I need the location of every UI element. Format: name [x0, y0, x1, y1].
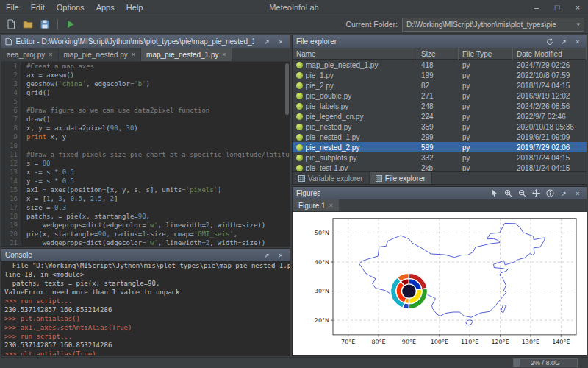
figures-header: Figures: [293, 187, 587, 199]
figure-canvas[interactable]: 70°E80°E90°E100°E110°E120°E130°E140°E20°…: [293, 212, 587, 355]
editor-tabbar: aea_proj.py×map_pie_nested.py×map_pie_ne…: [1, 48, 290, 62]
column-header-name[interactable]: Name: [293, 48, 417, 60]
line-number: 12: [1, 159, 21, 168]
close-panel-icon[interactable]: ×: [276, 250, 286, 260]
editor-header: Editor - D:\Working\MIScript\Jython\mis\…: [1, 35, 290, 48]
table-row[interactable]: pie_nested_2.py599py2019/7/29 02:06: [293, 142, 587, 152]
editor-scrollbar-thumb[interactable]: [285, 63, 289, 115]
menu-file[interactable]: File: [0, 0, 25, 15]
file-type-cell: py: [459, 133, 513, 141]
current-folder-combobox[interactable]: D:\Working\MIScript\Jython\mis\plot_type…: [402, 18, 584, 32]
line-number: 2: [1, 71, 21, 79]
close-tab-icon[interactable]: ×: [329, 202, 333, 209]
identify-info-icon[interactable]: [545, 188, 555, 198]
float-panel-icon[interactable]: ↗: [559, 188, 569, 198]
close-tab-icon[interactable]: ×: [49, 51, 52, 58]
minimize-button[interactable]: –: [526, 0, 547, 15]
close-tab-icon[interactable]: ×: [132, 51, 135, 58]
select-cursor-icon[interactable]: [489, 188, 499, 198]
maximize-button[interactable]: □: [547, 0, 567, 15]
file-date-cell: 2018/1/24 04:15: [513, 154, 587, 162]
code-line: 16x = [1, 3, 0.5, 2.5, 2]: [1, 194, 290, 203]
editor-tab[interactable]: map_pie_nested_1.py×: [141, 48, 232, 61]
console-line: >>> run script...: [4, 297, 287, 305]
table-row[interactable]: pie_legend_cn.py224py2022/9/7 02:46: [293, 111, 587, 121]
file-name-cell: pie_1.py: [293, 71, 417, 79]
file-name: pie_labels.py: [306, 102, 348, 110]
editor-tab[interactable]: aea_proj.py×: [1, 48, 59, 61]
line-number: 21: [1, 238, 21, 246]
editor-tab[interactable]: map_pie_nested.py×: [59, 48, 142, 61]
code-text: x, y = ax.data2pixel(90, 30): [21, 124, 138, 132]
chevron-down-icon[interactable]: ▾: [576, 21, 580, 28]
file-size-cell: 271: [417, 92, 459, 100]
new-file-button[interactable]: [4, 17, 18, 32]
line-number: 20: [1, 230, 21, 238]
table-row[interactable]: pie_nested_1.py299py2019/6/21 09:09: [293, 132, 587, 142]
table-row[interactable]: pie_1.py199py2022/10/8 07:59: [293, 70, 587, 80]
code-text: #Draw figure so we can use data2pixel fu…: [21, 106, 209, 115]
column-header-file-type[interactable]: File Type: [459, 48, 513, 60]
table-row[interactable]: map_pie_nested_1.py418py2024/7/29 02:26: [293, 60, 587, 70]
memory-indicator[interactable]: 2% / 8.0G: [513, 358, 578, 367]
menu-edit[interactable]: Edit: [25, 0, 51, 15]
zoom-in-icon[interactable]: [503, 188, 513, 198]
table-row[interactable]: pie_subplots.py332py2018/1/24 04:15: [293, 152, 587, 163]
menu-options[interactable]: Options: [51, 0, 90, 15]
close-panel-icon[interactable]: ×: [573, 37, 583, 46]
editor-scrollbar[interactable]: [284, 62, 290, 246]
zoom-out-icon[interactable]: [517, 188, 527, 198]
table-row[interactable]: pie_test-1.py2kbpy2018/1/24 04:15: [293, 163, 587, 171]
close-tab-icon[interactable]: ×: [223, 51, 226, 58]
y-tick-label: 50°N: [315, 230, 329, 236]
open-folder-button[interactable]: [21, 17, 35, 32]
code-line: 2ax = axesm(): [1, 71, 290, 79]
column-header-date-modified[interactable]: Date Modified: [513, 48, 587, 60]
editor-tab-label: aea_proj.py: [7, 51, 45, 59]
table-row[interactable]: pie_labels.py248py2024/2/26 08:56: [293, 101, 587, 111]
toolbar: Current Folder: D:\Working\MIScript\Jyth…: [0, 15, 588, 34]
float-panel-icon[interactable]: ↗: [559, 37, 569, 46]
python-file-icon: [296, 72, 303, 79]
menu-help[interactable]: Help: [121, 0, 149, 15]
console-line: >>> plt.antialias(True): [4, 350, 287, 355]
figure-tab[interactable]: Figure 1 ×: [293, 199, 339, 211]
code-text: grid(): [21, 88, 51, 97]
console-line: ValueError: need more than 1 value to un…: [4, 288, 287, 297]
line-number: 16: [1, 194, 21, 203]
figure-tabbar: Figure 1 ×: [293, 199, 587, 212]
file-rows: map_pie_nested_1.py418py2024/7/29 02:26p…: [293, 60, 587, 171]
close-panel-icon[interactable]: ×: [573, 188, 583, 198]
pan-icon[interactable]: [531, 188, 541, 198]
close-panel-icon[interactable]: ×: [276, 37, 286, 46]
float-panel-icon[interactable]: ↗: [262, 250, 272, 260]
save-button[interactable]: [37, 17, 52, 32]
table-row[interactable]: pie_nested.py359py2020/10/18 05:36: [293, 121, 587, 132]
memory-label: 2% / 8.0G: [514, 359, 577, 367]
line-number: 4: [1, 88, 21, 97]
subtab-label: File explorer: [385, 174, 426, 183]
file-name: pie_nested.py: [306, 123, 351, 131]
tab-variable-explorer[interactable]: Variable explorer: [293, 172, 370, 184]
menu-apps[interactable]: Apps: [90, 0, 121, 15]
float-panel-icon[interactable]: ↗: [262, 37, 272, 46]
file-date-cell: 2024/2/26 08:56: [513, 102, 587, 110]
table-row[interactable]: pie_2.py82py2018/1/24 04:15: [293, 80, 587, 91]
line-number: 17: [1, 203, 21, 212]
file-name: map_pie_nested_1.py: [306, 61, 378, 69]
x-tick-label: 130°E: [522, 339, 539, 346]
tab-file-explorer[interactable]: File explorer: [370, 172, 432, 184]
close-button[interactable]: ×: [567, 0, 588, 15]
console-line: 230.537142857 160.853214286: [4, 341, 287, 350]
line-number: 19: [1, 221, 21, 230]
code-line: 11#Draw a fixed pixels size pie chart at…: [1, 150, 290, 159]
code-editor[interactable]: 1#Creat a map axes2ax = axesm()3geoshow(…: [1, 62, 290, 246]
column-header-size[interactable]: Size: [417, 48, 459, 60]
table-row[interactable]: pie_double.py271py2016/9/19 12:02: [293, 91, 587, 101]
code-text: y -= s * 0.5: [21, 177, 74, 185]
file-size-cell: 224: [417, 113, 459, 121]
console-output[interactable]: File "D:\Working\MIScript\Jython\mis\plo…: [1, 261, 290, 355]
file-name-cell: pie_double.py: [293, 92, 417, 100]
refresh-icon[interactable]: [545, 37, 555, 46]
run-script-button[interactable]: [63, 17, 78, 32]
